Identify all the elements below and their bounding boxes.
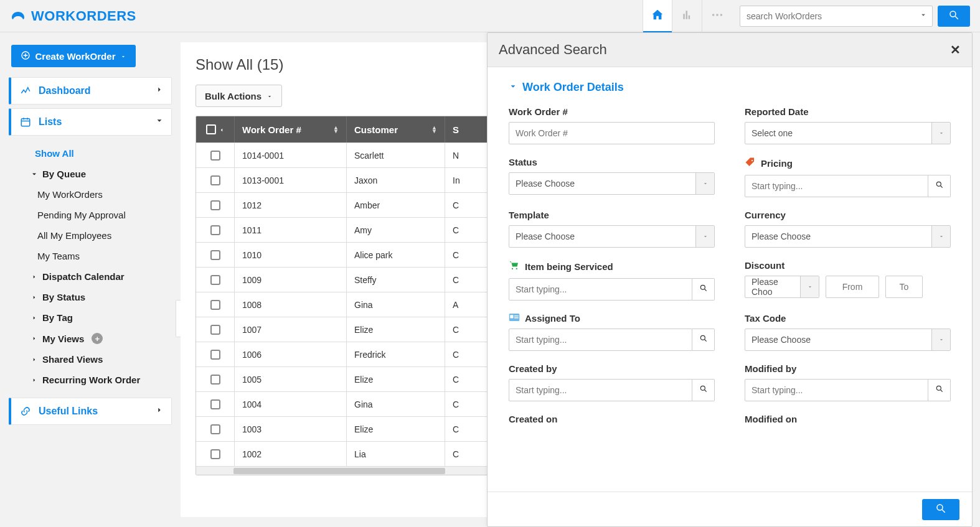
field-created-by: Created by [509,363,715,401]
chevron-down-icon [155,116,164,128]
svg-line-20 [704,340,706,342]
close-button[interactable]: ✕ [950,42,961,57]
chevron-left-icon[interactable] [219,124,225,135]
cell-customer: Gina [347,392,445,416]
sidebar-item-my-teams[interactable]: My Teams [12,246,172,266]
reports-tab[interactable] [672,0,702,32]
svg-line-4 [955,16,958,19]
row-checkbox[interactable] [210,175,220,185]
search-icon [699,284,708,295]
cell-customer: Amber [347,193,445,217]
home-tab[interactable] [643,0,672,32]
caret-down-icon [931,123,950,144]
cell-customer: Lia [347,442,445,466]
select-discount-type[interactable]: Please Choo [745,276,819,298]
advanced-search-panel: Advanced Search ✕ Work Order Details Wor… [487,32,973,527]
field-status: Status Please Choose [509,157,715,197]
search-input[interactable] [740,6,933,27]
pricing-lookup-button[interactable] [928,175,951,197]
pricing-input[interactable] [745,175,928,197]
header-customer-label: Customer [354,124,398,135]
sidebar-item-useful-links[interactable]: Useful Links [9,398,172,425]
cell-workorder: 1002 [235,442,347,466]
cell-workorder: 1004 [235,392,347,416]
header-workorder[interactable]: Work Order # ▲▼ [235,116,347,142]
add-view-button[interactable]: + [92,333,103,344]
sidebar-item-by-status[interactable]: By Status [12,287,172,307]
sidebar-item-shared-views[interactable]: Shared Views [12,349,172,370]
row-checkbox[interactable] [210,151,220,161]
search-button[interactable] [938,6,970,27]
row-checkbox[interactable] [210,449,220,459]
advanced-search-submit-button[interactable] [922,499,959,520]
sidebar-item-show-all[interactable]: Show All [12,143,172,164]
caret-down-icon [266,91,273,101]
created-by-input[interactable] [509,379,692,401]
field-pricing: Pricing [745,157,951,197]
row-checkbox[interactable] [210,225,220,235]
row-checkbox[interactable] [210,250,220,260]
field-reported-date: Reported Date Select one [745,106,951,144]
global-search [740,6,970,27]
by-status-label: By Status [42,292,85,302]
bulk-actions-button[interactable]: Bulk Actions [196,85,282,107]
scrollbar-thumb[interactable] [233,468,445,474]
search-icon [699,385,708,396]
svg-point-23 [936,386,941,390]
sidebar-item-my-workorders[interactable]: My WorkOrders [12,184,172,205]
row-checkbox[interactable] [210,325,220,335]
item-lookup-button[interactable] [692,278,715,301]
chevron-right-icon [155,406,164,417]
created-by-lookup-button[interactable] [692,379,715,401]
cell-customer: Elize [347,367,445,391]
queue-items: My WorkOrders Pending My Approval All My… [12,184,172,266]
item-input[interactable] [509,278,692,301]
sidebar-item-by-queue[interactable]: By Queue [12,164,172,184]
modified-by-input[interactable] [745,379,928,401]
svg-rect-6 [21,119,30,126]
select-all-checkbox[interactable] [206,124,216,134]
chevron-right-icon [30,315,39,321]
label-tax-code: Tax Code [745,313,951,324]
assigned-to-input[interactable] [509,329,692,351]
assigned-lookup-button[interactable] [692,329,715,351]
sidebar-item-lists[interactable]: Lists [9,108,172,136]
row-checkbox[interactable] [210,375,220,385]
sidebar-item-my-views[interactable]: My Views + [12,328,172,349]
discount-to-input[interactable] [885,276,923,298]
discount-from-input[interactable] [826,276,879,298]
input-workorder-number[interactable] [509,122,715,144]
sidebar-item-dispatch-calendar[interactable]: Dispatch Calendar [12,266,172,287]
select-status[interactable]: Please Choose [509,172,715,195]
row-checkbox[interactable] [210,399,220,409]
cell-customer: Scarlett [347,143,445,167]
select-template[interactable]: Please Choose [509,225,715,248]
sidebar-item-dashboard[interactable]: Dashboard [9,77,172,105]
pricing-icon [745,157,756,170]
row-checkbox[interactable] [210,275,220,285]
sidebar-item-by-tag[interactable]: By Tag [12,307,172,328]
row-checkbox[interactable] [210,200,220,210]
svg-line-26 [942,510,945,513]
sidebar-item-recurring[interactable]: Recurring Work Order [12,370,172,390]
top-header: WORKORDERS [0,0,980,32]
row-checkbox-cell [196,268,235,292]
select-tax-code[interactable]: Please Choose [745,329,951,351]
header-customer[interactable]: Customer ▲▼ [347,116,445,142]
label-modified-on: Modified on [745,414,951,424]
more-menu[interactable] [702,0,732,32]
sidebar-item-pending-approval[interactable]: Pending My Approval [12,205,172,225]
sort-icon: ▲▼ [431,126,437,133]
modified-by-lookup-button[interactable] [928,379,951,401]
select-currency[interactable]: Please Choose [745,225,951,248]
create-workorder-label: Create WorkOrder [35,51,116,62]
select-reported-date[interactable]: Select one [745,122,951,144]
section-workorder-details[interactable]: Work Order Details [509,81,951,94]
create-workorder-button[interactable]: Create WorkOrder [11,45,136,67]
cart-icon [509,260,520,273]
advanced-search-header: Advanced Search ✕ [488,33,972,67]
sidebar-item-all-employees[interactable]: All My Employees [12,225,172,246]
row-checkbox[interactable] [210,424,220,434]
row-checkbox[interactable] [210,300,220,310]
row-checkbox[interactable] [210,350,220,360]
